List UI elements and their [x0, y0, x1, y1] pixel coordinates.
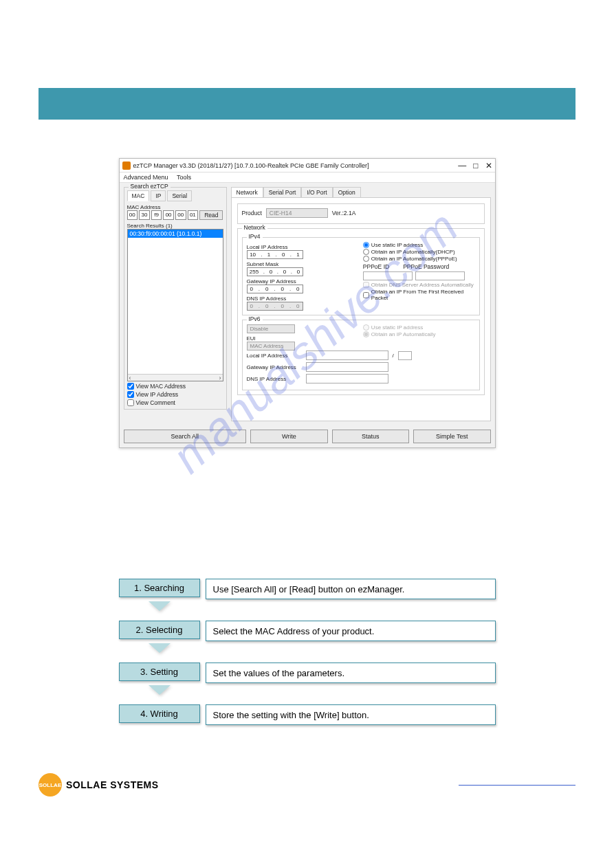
v6-gw-input[interactable]	[306, 362, 388, 372]
radio-pppoe[interactable]: Obtain an IP Automatically(PPPoE)	[363, 256, 475, 262]
step-4-desc: Store the setting with the [Write] butto…	[206, 704, 496, 725]
radio-v6-auto: Obtain an IP Automatically	[363, 331, 475, 337]
scrollbar-h[interactable]: ‹›	[128, 374, 223, 381]
ipv4-title: IPv4	[247, 233, 263, 240]
arrow-down-icon	[149, 643, 171, 653]
chk-view-comment[interactable]: View Comment	[127, 399, 223, 406]
version-label: Ver.:2.1A	[332, 210, 356, 216]
local-ip-input[interactable]: 10.1.0.1	[247, 250, 303, 259]
read-button[interactable]: Read	[199, 210, 223, 220]
arrow-down-icon	[149, 601, 171, 611]
search-group-title: Search ezTCP	[129, 183, 171, 190]
minimize-icon[interactable]: —	[458, 161, 466, 170]
menubar: Advanced Menu Tools	[120, 173, 495, 183]
radio-v6-static: Use static IP address	[363, 324, 475, 331]
chk-view-mac[interactable]: View MAC Address	[127, 383, 223, 390]
dns-input[interactable]: 0.0.0.0	[247, 302, 303, 311]
window-title: ezTCP Manager v3.3D (2018/11/27) [10.7.0…	[133, 162, 459, 169]
sollae-logo-icon: SOLLAE	[39, 773, 62, 797]
eui-combo[interactable]: MAC Address	[247, 342, 295, 350]
cb-first-packet[interactable]: Obtain an IP From The First Received Pac…	[363, 289, 475, 301]
v6-local-input[interactable]	[306, 350, 388, 360]
pppoe-id-label: PPPoE ID	[363, 263, 389, 270]
tab-io-port[interactable]: I/O Port	[301, 187, 332, 197]
step-4-title: 4. Writing	[119, 704, 200, 723]
v6-prefix-input[interactable]	[398, 351, 412, 360]
eui-label: EUI	[247, 335, 356, 342]
v6-slash: /	[393, 353, 394, 359]
pppoe-id-input[interactable]	[363, 271, 413, 280]
app-icon	[122, 162, 131, 170]
tab-option[interactable]: Option	[333, 187, 361, 197]
dns-label: DNS IP Address	[247, 296, 356, 302]
step-3-title: 3. Setting	[119, 663, 200, 681]
mac-oct-0[interactable]: 00	[127, 210, 138, 220]
results-list[interactable]: 00:30:f9:00:00:01 (10.1.0.1) ‹›	[127, 229, 223, 381]
mac-oct-4[interactable]: 00	[175, 210, 186, 220]
step-2-title: 2. Selecting	[119, 621, 200, 639]
mac-oct-1[interactable]: 30	[139, 210, 150, 220]
ipv6-mode-combo[interactable]: Disable	[247, 324, 295, 333]
status-button[interactable]: Status	[332, 430, 409, 443]
radio-static[interactable]: Use static IP address	[363, 242, 475, 248]
arrow-down-icon	[149, 685, 171, 695]
tab-network[interactable]: Network	[231, 187, 263, 197]
titlebar: ezTCP Manager v3.3D (2018/11/27) [10.7.0…	[120, 159, 495, 173]
mac-oct-5[interactable]: 01	[188, 210, 199, 220]
radio-dhcp[interactable]: Obtain an IP Automatically(DHCP)	[363, 249, 475, 255]
mac-oct-3[interactable]: 00	[163, 210, 174, 220]
step-2-desc: Select the MAC Address of your product.	[206, 621, 496, 641]
product-combo[interactable]: CIE-H14	[266, 208, 328, 218]
step-3-desc: Set the values of the parameters.	[206, 663, 496, 683]
ipv6-title: IPv6	[247, 315, 263, 322]
chk-view-ip[interactable]: View IP Address	[127, 391, 223, 398]
gateway-input[interactable]: 0.0.0.0	[247, 285, 303, 293]
cb-dns-auto: Obtain DNS Server Address Automatically	[363, 282, 475, 288]
step-1-desc: Use [Search All] or [Read] button on ezM…	[206, 579, 496, 599]
footer-line	[459, 785, 575, 786]
steps-diagram: 1. Searching Use [Search All] or [Read] …	[119, 579, 496, 725]
result-row[interactable]: 00:30:f9:00:00:01 (10.1.0.1)	[128, 230, 223, 238]
tab-serial[interactable]: Serial	[167, 190, 192, 201]
subnet-label: Subnet Mask	[247, 261, 356, 267]
write-button[interactable]: Write	[250, 430, 327, 443]
mac-label: MAC Address	[127, 204, 223, 210]
tab-serial-port[interactable]: Serial Port	[263, 187, 302, 197]
search-group: Search ezTCP MAC IP Serial MAC Address 0…	[124, 187, 227, 410]
top-banner	[39, 88, 575, 120]
close-icon[interactable]: ✕	[485, 161, 492, 170]
pppoe-pw-input[interactable]	[415, 271, 465, 280]
maximize-icon[interactable]: □	[473, 161, 478, 170]
results-label: Search Results (1)	[127, 223, 223, 229]
menu-tools[interactable]: Tools	[177, 174, 191, 181]
footer-text: SOLLAE SYSTEMS	[66, 779, 159, 790]
tab-ip[interactable]: IP	[151, 190, 166, 201]
gateway-label: Gateway IP Address	[247, 278, 356, 285]
v6-dns-label: DNS IP Address	[247, 376, 302, 382]
search-all-button[interactable]: Search All	[124, 430, 247, 443]
tab-mac[interactable]: MAC	[127, 190, 150, 201]
step-1-title: 1. Searching	[119, 579, 200, 597]
mac-oct-2[interactable]: f9	[151, 210, 162, 220]
product-label: Product	[242, 210, 262, 216]
v6-gw-label: Gateway IP Address	[247, 364, 302, 370]
subnet-input[interactable]: 255.0.0.0	[247, 267, 303, 276]
ezmanager-window: ezTCP Manager v3.3D (2018/11/27) [10.7.0…	[119, 158, 496, 448]
network-panel: Product CIE-H14 Ver.:2.1A Network IPv4 L…	[231, 197, 491, 421]
v6-dns-input[interactable]	[306, 374, 388, 383]
v6-local-label: Local IP Address	[247, 353, 302, 359]
menu-advanced[interactable]: Advanced Menu	[124, 174, 168, 181]
network-fset-title: Network	[242, 224, 267, 231]
local-ip-label: Local IP Address	[247, 244, 356, 250]
pppoe-pw-label: PPPoE Password	[403, 263, 449, 270]
simple-test-button[interactable]: Simple Test	[413, 430, 490, 443]
